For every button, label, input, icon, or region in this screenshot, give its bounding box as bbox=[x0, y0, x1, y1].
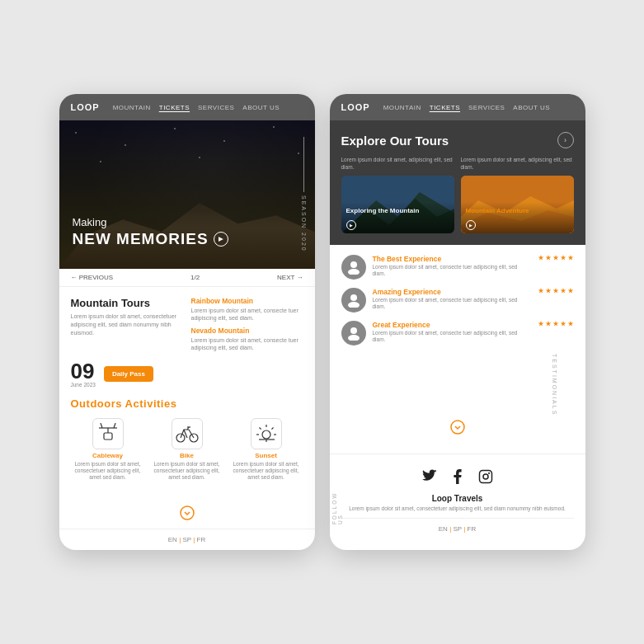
scroll-down-left[interactable] bbox=[59, 500, 315, 529]
lang-en-right[interactable]: EN bbox=[439, 525, 448, 533]
avatar-3 bbox=[341, 321, 366, 346]
mountain-tours-desc: Lorem ipsum dolor sit amet, consectetuer… bbox=[71, 313, 183, 336]
svg-line-14 bbox=[259, 427, 261, 429]
nav-tickets-right[interactable]: TICKETS bbox=[430, 104, 460, 111]
cableway-name: Cableway bbox=[92, 452, 123, 459]
right-phone: LOOP MOUNTAIN TICKETS SERVICES ABOUT US … bbox=[330, 94, 585, 550]
bike-name: Bike bbox=[180, 452, 194, 459]
activity-sunset: Sunset Lorem ipsum dolor sit amet, conse… bbox=[229, 418, 303, 482]
footer-lang-right: EN | SP | FR bbox=[341, 518, 574, 539]
svg-point-24 bbox=[350, 261, 357, 268]
star bbox=[546, 321, 552, 327]
star bbox=[553, 288, 559, 294]
nevado-mountain: Nevado Mountain Lorem ipsum dolor sit am… bbox=[191, 327, 303, 351]
nav-services-left[interactable]: SERVICES bbox=[198, 104, 234, 111]
nav-aboutus-right[interactable]: ABOUT US bbox=[513, 104, 550, 111]
mountain-tours-title: Mountain Tours bbox=[71, 297, 183, 309]
date-number: 09 bbox=[71, 360, 96, 382]
lang-sp-right[interactable]: SP bbox=[453, 525, 462, 533]
testimonials-side-label: TESTIMONIALS bbox=[552, 354, 557, 416]
nav-tickets-left[interactable]: TICKETS bbox=[159, 104, 190, 111]
brand-name: Loop Travels bbox=[341, 494, 574, 503]
svg-rect-31 bbox=[479, 471, 491, 483]
svg-point-33 bbox=[488, 473, 489, 474]
tour-card-2-desc: Lorem ipsum dolor sit amet, adipiscing e… bbox=[461, 157, 574, 171]
rainbow-title: Rainbow Mountain bbox=[191, 297, 303, 305]
card1-label: Exploring the Mountain bbox=[346, 207, 449, 215]
svg-point-9 bbox=[262, 430, 270, 439]
test-2-name: Amazing Experience bbox=[373, 288, 532, 296]
page-number: 1/2 bbox=[190, 274, 200, 281]
rainbow-desc: Lorem ipsum dolor sit amet, consecte tue… bbox=[191, 307, 303, 322]
svg-point-17 bbox=[181, 506, 194, 519]
explore-tours-section: Explore Our Tours › Lorem ipsum dolor si… bbox=[330, 120, 585, 245]
hero-title: NEW MEMORIES ▶ bbox=[73, 230, 228, 248]
test-1-name: The Best Experience bbox=[373, 255, 532, 263]
test-3-name: Great Experience bbox=[373, 321, 532, 329]
svg-point-27 bbox=[348, 302, 360, 308]
lang-sep2-right: | bbox=[463, 525, 465, 533]
activities-grid: Cableway Lorem ipsum dolor sit amet, con… bbox=[71, 418, 303, 482]
test-3-desc: Lorem ipsum dolor sit amet, consecte tue… bbox=[373, 330, 532, 344]
pagination: ← PREVIOUS 1/2 NEXT → bbox=[59, 269, 315, 287]
svg-point-29 bbox=[348, 335, 360, 341]
lang-sep2-left: | bbox=[193, 536, 195, 543]
nav-aboutus-left[interactable]: ABOUT US bbox=[242, 104, 280, 111]
tour-listings: Rainbow Mountain Lorem ipsum dolor sit a… bbox=[191, 297, 303, 351]
play-button[interactable]: ▶ bbox=[214, 232, 228, 247]
sunset-name: Sunset bbox=[255, 452, 277, 459]
nav-mountain-right[interactable]: MOUNTAIN bbox=[383, 104, 421, 111]
scroll-chevron[interactable] bbox=[341, 419, 574, 439]
nevado-desc: Lorem ipsum dolor sit amet, consecte tue… bbox=[191, 336, 303, 351]
card2-play[interactable]: ▶ bbox=[466, 220, 476, 230]
left-logo: LOOP bbox=[71, 102, 100, 112]
activity-bike: Bike Lorem ipsum dolor sit amet, consect… bbox=[150, 418, 224, 482]
card2-overlay: Mountain Adventure ▶ bbox=[461, 202, 574, 233]
sunset-icon bbox=[251, 418, 282, 449]
explore-title-row: Explore Our Tours › bbox=[341, 132, 574, 148]
date-label: June 2023 bbox=[71, 382, 96, 388]
mountain-card-image[interactable]: Exploring the Mountain ▶ bbox=[341, 176, 454, 233]
nav-services-right[interactable]: SERVICES bbox=[468, 104, 505, 111]
test-2-stars bbox=[538, 288, 574, 294]
bike-icon bbox=[172, 418, 203, 449]
daily-pass-badge[interactable]: Daily Pass bbox=[104, 366, 153, 382]
twitter-icon[interactable] bbox=[422, 469, 437, 487]
desert-card-image[interactable]: Mountain Adventure ▶ bbox=[461, 176, 574, 233]
instagram-icon[interactable] bbox=[478, 469, 493, 487]
right-logo: LOOP bbox=[341, 102, 370, 112]
testimonial-2-content: Amazing Experience Lorem ipsum dolor sit… bbox=[373, 288, 532, 311]
outdoors-title: Outdoors Activities bbox=[71, 397, 303, 410]
tour-card-1: Lorem ipsum dolor sit amet, adipiscing e… bbox=[341, 157, 454, 233]
explore-arrow[interactable]: › bbox=[557, 132, 574, 148]
svg-point-32 bbox=[483, 474, 488, 479]
date-pass-section: 09 June 2023 Daily Pass bbox=[71, 360, 303, 388]
nav-mountain-left[interactable]: MOUNTAIN bbox=[113, 104, 151, 111]
follow-side-label: FOLLOW US bbox=[331, 477, 343, 524]
lang-sp-left[interactable]: SP bbox=[182, 536, 191, 543]
follow-section: FOLLOW US bbox=[330, 454, 585, 547]
lang-en-left[interactable]: EN bbox=[168, 536, 177, 543]
lang-sep1-left: | bbox=[179, 536, 181, 543]
lang-fr-left[interactable]: FR bbox=[197, 536, 206, 543]
facebook-icon[interactable] bbox=[454, 469, 462, 487]
bike-desc: Lorem ipsum dolor sit amet, consectetuer… bbox=[150, 461, 224, 482]
lang-sep1-right: | bbox=[449, 525, 451, 533]
star bbox=[546, 255, 552, 261]
lang-fr-right[interactable]: FR bbox=[468, 525, 477, 533]
testimonial-3: Great Experience Lorem ipsum dolor sit a… bbox=[341, 321, 574, 346]
card1-play[interactable]: ▶ bbox=[346, 220, 356, 230]
prev-button[interactable]: ← PREVIOUS bbox=[71, 274, 114, 281]
star bbox=[568, 288, 574, 294]
social-icons bbox=[341, 469, 574, 487]
card2-label: Mountain Adventure bbox=[466, 207, 569, 215]
tour-card-2: Lorem ipsum dolor sit amet, adipiscing e… bbox=[461, 157, 574, 233]
testimonial-3-content: Great Experience Lorem ipsum dolor sit a… bbox=[373, 321, 532, 344]
testimonials-section: The Best Experience Lorem ipsum dolor si… bbox=[330, 245, 585, 454]
testimonial-1-content: The Best Experience Lorem ipsum dolor si… bbox=[373, 255, 532, 278]
mountain-tours-section: Mountain Tours Lorem ipsum dolor sit ame… bbox=[71, 297, 183, 351]
star bbox=[546, 288, 552, 294]
star bbox=[568, 255, 574, 261]
next-button[interactable]: NEXT → bbox=[277, 274, 303, 281]
tour-card-1-desc: Lorem ipsum dolor sit amet, adipiscing e… bbox=[341, 157, 454, 171]
